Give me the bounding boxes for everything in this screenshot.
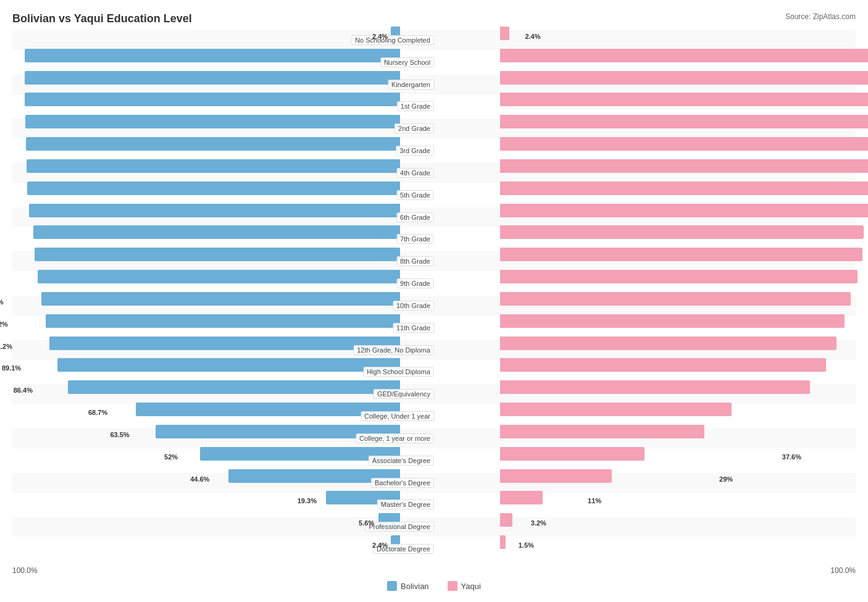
bolivian-value-label: 97.1%: [0, 165, 61, 173]
row-center-label: Master's Degree: [377, 500, 434, 509]
yaqui-bar: [500, 49, 868, 62]
row-inner: College, 1 year or more63.5%53.2%: [12, 429, 856, 448]
chart-row: 5th Grade96.9%96.7%: [12, 185, 856, 206]
bolivian-color-box: [387, 581, 397, 591]
bolivian-value-label: 68.7%: [88, 409, 159, 416]
legend: Bolivian Yaqui: [12, 581, 856, 591]
row-inner: Master's Degree19.3%11%: [12, 495, 856, 514]
yaqui-value-label: 3.2%: [531, 519, 546, 527]
bolivian-value-label: 2.4%: [372, 33, 389, 40]
row-center-label: College, 1 year or more: [356, 433, 434, 443]
bolivian-value-label: 97.6%: [0, 55, 59, 62]
bolivian-value-label: 94.3%: [0, 276, 71, 283]
yaqui-value-label: 29%: [719, 475, 733, 483]
bolivian-bar: [35, 248, 400, 261]
yaqui-bar: [500, 204, 868, 217]
bolivian-value-label: 95%: [0, 254, 69, 261]
bolivian-bar: [27, 159, 400, 173]
row-center-label: 5th Grade: [396, 190, 434, 200]
yaqui-bar: [500, 115, 868, 128]
chart-row: 6th Grade96.5%96.3%: [12, 207, 856, 228]
row-inner: No Schooling Completed2.4%2.4%: [12, 30, 856, 50]
bolivian-value-label: 63.5%: [110, 431, 177, 438]
row-inner: 10th Grade93.2%91.1%: [12, 296, 856, 316]
row-inner: Professional Degree5.6%3.2%: [12, 517, 856, 537]
axis-right: 100.0%: [830, 566, 856, 575]
yaqui-bar: [500, 491, 543, 504]
chart-row: 9th Grade94.3%92.9%: [12, 274, 856, 295]
row-center-label: Nursery School: [380, 57, 434, 67]
row-center-label: 2nd Grade: [394, 123, 434, 133]
bolivian-value-label: 19.3%: [298, 497, 330, 504]
row-center-label: 7th Grade: [396, 234, 434, 244]
axis-labels: 100.0% 100.0%: [12, 566, 856, 575]
bolivian-bar: [26, 137, 400, 151]
yaqui-bar: [500, 292, 851, 306]
row-inner: 8th Grade95%94.2%: [12, 251, 856, 271]
row-inner: GED/Equivalency86.4%80.5%: [12, 384, 856, 404]
bolivian-bar: [25, 93, 400, 106]
row-center-label: 4th Grade: [396, 168, 434, 178]
row-center-label: 12th Grade, No Diploma: [353, 345, 434, 355]
chart-row: Professional Degree5.6%3.2%: [12, 517, 856, 538]
yaqui-bar: [500, 358, 826, 372]
row-inner: Nursery School97.6%97.6%: [12, 52, 856, 72]
chart-row: 3rd Grade97.3%97.3%: [12, 141, 856, 162]
row-inner: Bachelor's Degree44.6%29%: [12, 473, 856, 493]
row-center-label: Associate's Degree: [369, 456, 434, 466]
bolivian-bar: [33, 225, 400, 239]
row-inner: 7th Grade95.4%94.6%: [12, 229, 856, 249]
yaqui-bar: [500, 225, 864, 239]
yaqui-bar: [500, 71, 868, 85]
bolivian-value-label: 86.4%: [14, 387, 98, 394]
chart-row: Doctorate Degree2.4%1.5%: [12, 539, 856, 560]
chart-title: Bolivian vs Yaqui Education Level: [12, 12, 856, 25]
yaqui-label: Yaqui: [461, 582, 481, 591]
row-inner: Associate's Degree52%37.6%: [12, 451, 856, 470]
chart-row: Bachelor's Degree44.6%29%: [12, 473, 856, 494]
row-center-label: 1st Grade: [397, 101, 434, 111]
chart-row: 4th Grade97.1%96.9%: [12, 163, 856, 184]
yaqui-bar: [500, 314, 845, 328]
bolivian-bar: [25, 115, 400, 128]
bolivian-value-label: 91.2%: [0, 343, 81, 350]
chart-row: College, Under 1 year68.7%60.2%: [12, 406, 856, 427]
row-center-label: High School Diploma: [363, 367, 434, 377]
chart-row: GED/Equivalency86.4%80.5%: [12, 384, 856, 405]
chart-row: Master's Degree19.3%11%: [12, 495, 856, 516]
chart-row: Kindergarten97.6%97.6%: [12, 75, 856, 96]
chart-row: 1st Grade97.6%97.5%: [12, 96, 856, 117]
row-center-label: 9th Grade: [396, 278, 434, 288]
row-inner: 5th Grade96.9%96.7%: [12, 185, 856, 205]
row-inner: 9th Grade94.3%92.9%: [12, 274, 856, 293]
yaqui-bar: [500, 535, 506, 549]
row-inner: 11th Grade92.2%89.5%: [12, 318, 856, 338]
row-center-label: GED/Equivalency: [373, 389, 434, 399]
row-center-label: 11th Grade: [393, 323, 434, 333]
row-inner: 1st Grade97.6%97.5%: [12, 96, 856, 116]
yaqui-color-box: [448, 581, 457, 591]
yaqui-bar: [500, 337, 837, 350]
bolivian-bar: [25, 49, 400, 62]
bolivian-value-label: 97.6%: [0, 77, 59, 85]
row-center-label: College, Under 1 year: [361, 411, 434, 421]
row-center-label: 3rd Grade: [396, 146, 434, 156]
row-inner: Doctorate Degree2.4%1.5%: [12, 539, 856, 559]
bolivian-bar: [38, 270, 400, 283]
bolivian-bar: [29, 204, 400, 217]
row-inner: 3rd Grade97.3%97.3%: [12, 141, 856, 161]
bolivian-label: Bolivian: [401, 582, 429, 591]
yaqui-bar: [500, 137, 868, 151]
chart-row: College, 1 year or more63.5%53.2%: [12, 429, 856, 449]
bolivian-value-label: 97.3%: [0, 143, 61, 151]
bolivian-value-label: 5.6%: [359, 519, 378, 527]
row-inner: 2nd Grade97.5%97.5%: [12, 119, 856, 138]
yaqui-bar: [500, 425, 704, 438]
chart-row: 7th Grade95.4%94.6%: [12, 229, 856, 250]
yaqui-bar: [500, 469, 612, 483]
chart-row: Nursery School97.6%97.6%: [12, 52, 856, 73]
bolivian-bar: [57, 358, 400, 372]
bolivian-value-label: 96.9%: [0, 188, 62, 195]
yaqui-bar: [500, 513, 512, 527]
row-center-label: 8th Grade: [396, 256, 434, 266]
